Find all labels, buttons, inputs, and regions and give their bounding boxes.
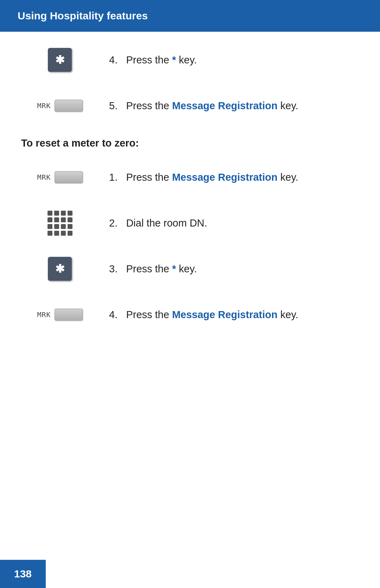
- mrk-key-icon-area-r1: MRK: [21, 171, 99, 183]
- reset-step-3-after: key.: [176, 263, 197, 274]
- mrk-button-5: [55, 100, 83, 112]
- reset-step-3-before: Press the: [126, 263, 172, 274]
- page-number: 138: [14, 568, 32, 580]
- mrk-key-icon-area-r4: MRK: [21, 309, 99, 321]
- star-key-icon-area-r3: ✱: [21, 257, 99, 281]
- reset-step-1-text: 1. Press the Message Registration key.: [99, 172, 359, 183]
- reset-step-1-before: Press the: [126, 172, 172, 183]
- step-5-number: 5.: [109, 100, 123, 111]
- keypad-grid-icon: [48, 211, 72, 236]
- reset-step-2-content: Dial the room DN.: [126, 217, 207, 229]
- step-5-row: MRK 5. Press the Message Registration ke…: [21, 92, 359, 120]
- step-4-before: Press the: [126, 54, 172, 66]
- step-5-highlight: Message Registration: [172, 100, 278, 111]
- reset-step-4-row: MRK 4. Press the Message Registration ke…: [21, 301, 359, 329]
- reset-step-3-row: ✱ 3. Press the * key.: [21, 255, 359, 283]
- main-content: ✱ 4. Press the * key. MRK 5. Press the M…: [0, 46, 380, 329]
- reset-step-1-row: MRK 1. Press the Message Registration ke…: [21, 163, 359, 191]
- mrk-label-r1: MRK: [37, 173, 51, 181]
- star-key-icon-area: ✱: [21, 48, 99, 72]
- mrk-label-r4: MRK: [37, 310, 51, 319]
- mrk-label-5: MRK: [37, 101, 51, 110]
- step-4-row: ✱ 4. Press the * key.: [21, 46, 359, 74]
- reset-step-3-text: 3. Press the * key.: [99, 263, 359, 275]
- step-5-after: key.: [278, 100, 298, 111]
- reset-step-2-row: 2. Dial the room DN.: [21, 209, 359, 237]
- reset-step-4-text: 4. Press the Message Registration key.: [99, 309, 359, 321]
- reset-step-4-after: key.: [278, 309, 298, 320]
- reset-step-1-highlight: Message Registration: [172, 172, 278, 183]
- reset-step-3-number: 3.: [109, 263, 123, 274]
- footer: 138: [0, 560, 46, 588]
- star-key-icon: ✱: [48, 48, 72, 72]
- reset-step-4-highlight: Message Registration: [172, 309, 278, 320]
- reset-step-2-text: 2. Dial the room DN.: [99, 217, 359, 229]
- reset-step-3-star: *: [172, 263, 176, 274]
- step-4-text: 4. Press the * key.: [99, 54, 359, 66]
- mrk-button-r1: [55, 171, 83, 183]
- page-title: Using Hospitality features: [18, 10, 148, 21]
- step-5-text: 5. Press the Message Registration key.: [99, 100, 359, 112]
- star-key-icon-r3: ✱: [48, 257, 72, 281]
- step-4-star-link: *: [172, 54, 176, 66]
- reset-step-4-number: 4.: [109, 309, 123, 320]
- mrk-group-r1: MRK: [37, 171, 82, 183]
- mrk-key-icon-area-5: MRK: [21, 100, 99, 112]
- section-heading: To reset a meter to zero:: [21, 137, 359, 149]
- reset-step-1-after: key.: [278, 172, 298, 183]
- reset-step-2-number: 2.: [109, 217, 123, 229]
- mrk-button-r4: [55, 309, 83, 321]
- step-5-before: Press the: [126, 100, 172, 111]
- mrk-group-5: MRK: [37, 100, 82, 112]
- header-bar: Using Hospitality features: [0, 0, 380, 32]
- step-4-after: key.: [176, 54, 197, 66]
- reset-step-1-number: 1.: [109, 172, 123, 183]
- keypad-icon-area: [21, 211, 99, 236]
- step-4-number: 4.: [109, 54, 123, 66]
- reset-step-4-before: Press the: [126, 309, 172, 320]
- mrk-group-r4: MRK: [37, 309, 82, 321]
